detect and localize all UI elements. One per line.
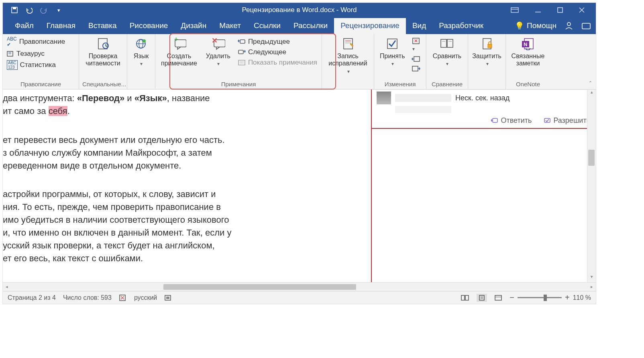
qat-customize-icon[interactable]: ▾	[57, 7, 60, 13]
zoom-level[interactable]: 110 %	[573, 294, 591, 301]
svg-rect-52	[461, 295, 465, 300]
zoom-in-button[interactable]: +	[565, 293, 570, 302]
onenote-button[interactable]: N Связанные заметки	[509, 36, 547, 68]
onenote-icon: N	[521, 37, 535, 51]
close-icon[interactable]	[579, 7, 585, 13]
hscroll-thumb[interactable]	[163, 284, 356, 290]
account-icon[interactable]	[565, 21, 573, 30]
svg-rect-34	[414, 57, 420, 61]
tab-view[interactable]: Вид	[406, 18, 432, 34]
svg-rect-24	[238, 50, 243, 54]
thesaurus-button[interactable]: Тезаурус	[6, 49, 66, 58]
maximize-icon[interactable]	[557, 7, 563, 13]
app-window: ▾ Рецензирование в Word.docx - Word Файл…	[2, 2, 596, 304]
selected-text: себя	[49, 106, 67, 116]
tab-file[interactable]: Файл	[8, 18, 40, 34]
tab-design[interactable]: Дизайн	[174, 18, 213, 34]
accept-button[interactable]: Принять	[377, 36, 408, 68]
tab-review[interactable]: Рецензирование	[334, 18, 406, 34]
spelling-icon: ABC✔	[7, 36, 17, 47]
redo-icon[interactable]	[40, 6, 47, 14]
ribbon: ABC✔Правописание Тезаурус ABC123Статисти…	[3, 34, 596, 90]
collapse-ribbon-icon[interactable]: ˄	[589, 80, 592, 87]
resolve-button[interactable]: Разрешить	[544, 116, 590, 125]
svg-rect-9	[582, 23, 590, 29]
show-comments-button[interactable]: Показать примечания	[237, 58, 318, 67]
tab-insert[interactable]: Вставка	[82, 18, 123, 34]
comment-time: Неск. сек. назад	[455, 94, 509, 102]
group-language: Язык	[127, 34, 155, 89]
comment-author	[395, 94, 451, 102]
prev-comment-icon	[238, 39, 246, 45]
zoom-out-button[interactable]: −	[509, 293, 514, 302]
next-comment-button[interactable]: Следующее	[237, 48, 318, 57]
horizontal-scrollbar[interactable]: ◂ ▸	[3, 282, 596, 291]
svg-rect-41	[488, 44, 492, 48]
tab-references[interactable]: Ссылки	[247, 18, 287, 34]
protect-button[interactable]: Защитить	[470, 36, 504, 68]
svg-rect-54	[479, 295, 484, 300]
window-title: Рецензирование в Word.docx - Word	[242, 6, 357, 14]
web-layout-icon[interactable]	[494, 295, 502, 301]
read-mode-icon[interactable]	[461, 295, 469, 301]
print-layout-icon[interactable]	[477, 294, 487, 302]
vertical-scrollbar[interactable]: ▴ ▾	[587, 90, 596, 282]
reject-icon[interactable]: ✕	[412, 37, 420, 53]
minimize-icon[interactable]	[535, 7, 541, 13]
show-comments-icon	[238, 59, 246, 66]
svg-rect-53	[465, 295, 469, 300]
group-proofing: ABC✔Правописание Тезаурус ABC123Статисти…	[3, 34, 79, 89]
proofing-status-icon[interactable]	[119, 294, 127, 301]
readability-button[interactable]: Проверка читаемости	[83, 36, 122, 68]
new-comment-icon: +	[172, 37, 186, 51]
comments-pane: Неск. сек. назад Ответить Разрешить	[372, 90, 596, 282]
language-button[interactable]: Язык	[131, 36, 151, 68]
avatar	[377, 92, 391, 104]
tab-draw[interactable]: Рисование	[123, 18, 175, 34]
tab-developer[interactable]: Разработчик	[432, 18, 490, 34]
scroll-thumb[interactable]	[588, 150, 595, 166]
share-icon[interactable]	[581, 22, 591, 30]
svg-rect-5	[558, 8, 562, 12]
reply-button[interactable]: Ответить	[491, 116, 532, 125]
delete-comment-button[interactable]: ✕ Удалить	[204, 36, 233, 68]
tell-me[interactable]: 💡 Помощн	[515, 21, 556, 31]
svg-rect-2	[511, 8, 518, 12]
track-changes-button[interactable]: Запись исправлений	[325, 36, 371, 75]
macro-indicator-icon[interactable]	[164, 295, 171, 301]
next-change-icon[interactable]	[412, 65, 420, 72]
new-comment-button[interactable]: + Создать примечание	[159, 36, 200, 68]
next-comment-icon	[238, 49, 246, 55]
track-changes-icon	[341, 37, 355, 51]
undo-icon[interactable]	[25, 6, 33, 14]
group-tracking: Запись исправлений	[322, 34, 374, 89]
svg-rect-23	[240, 40, 245, 43]
group-compare: Сравнить Сравнение	[426, 34, 468, 89]
readability-icon	[96, 37, 110, 51]
svg-text:✕: ✕	[414, 38, 418, 44]
prev-change-icon[interactable]	[412, 56, 420, 62]
comment-item[interactable]: Неск. сек. назад Ответить Разрешить	[372, 90, 596, 129]
word-count[interactable]: Число слов: 593	[63, 294, 112, 301]
thesaurus-icon	[7, 51, 14, 57]
tab-mailings[interactable]: Рассылки	[287, 18, 334, 34]
svg-rect-36	[441, 39, 446, 47]
svg-rect-35	[412, 66, 418, 71]
svg-point-18	[143, 39, 146, 43]
document-body[interactable]: два инструмента: «Перевод» и «Язык», наз…	[3, 90, 372, 282]
spelling-button[interactable]: ABC✔Правописание	[6, 36, 66, 48]
svg-rect-51	[166, 297, 169, 299]
language-indicator[interactable]: русский	[134, 294, 157, 301]
previous-comment-button[interactable]: Предыдущее	[237, 37, 318, 46]
compare-button[interactable]: Сравнить	[430, 36, 464, 68]
lightbulb-icon: 💡	[515, 21, 524, 31]
page-indicator[interactable]: Страница 2 из 4	[8, 294, 56, 301]
word-count-button[interactable]: ABC123Статистика	[6, 60, 66, 70]
svg-rect-31	[387, 39, 397, 49]
group-protect: Защитить	[468, 34, 506, 89]
zoom-slider[interactable]	[518, 297, 562, 298]
tab-layout[interactable]: Макет	[213, 18, 247, 34]
tab-home[interactable]: Главная	[40, 18, 82, 34]
ribbon-display-icon[interactable]	[511, 7, 519, 13]
save-icon[interactable]	[11, 6, 18, 14]
